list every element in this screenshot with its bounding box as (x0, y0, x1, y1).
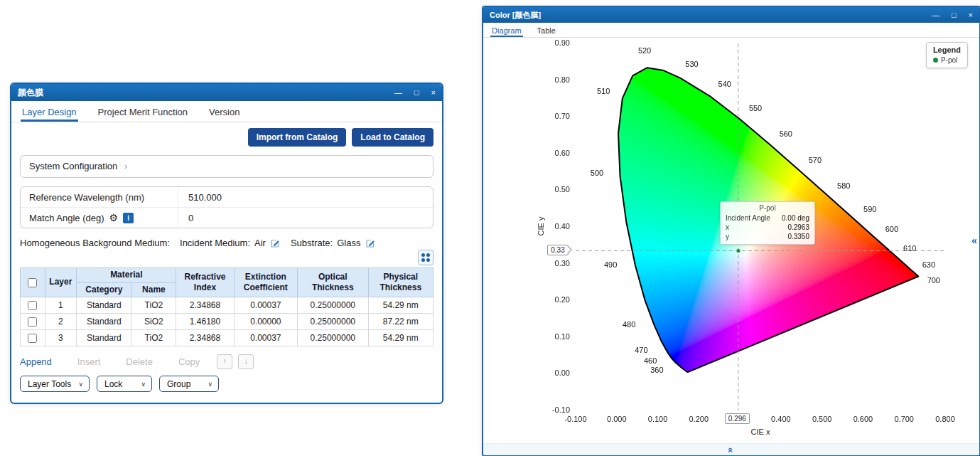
wavelength-label: 600 (882, 225, 902, 233)
cell-extinction-coefficient: 0.00000 (234, 314, 297, 330)
reference-wavelength-label: Reference Wavelength (nm) (21, 187, 178, 207)
header-physical-thickness: Physical Thickness (368, 268, 433, 297)
select-all-checkbox[interactable] (28, 278, 37, 287)
header-layer: Layer (45, 268, 77, 297)
copy-button[interactable]: Copy (178, 356, 200, 367)
legend-item: P-pol (933, 56, 961, 64)
delete-button[interactable]: Delete (126, 356, 153, 367)
cell-optical-thickness: 0.25000000 (298, 330, 369, 346)
layer-tools-label: Layer Tools (28, 379, 71, 389)
minimize-icon[interactable]: — (394, 89, 402, 97)
wavelength-label: 480 (619, 320, 639, 329)
y-crosshair-box[interactable]: 0.33 (547, 245, 569, 255)
layer-table: Layer Material Refractive Index Extincti… (20, 267, 434, 346)
collapse-panel-icon[interactable]: « (971, 235, 977, 246)
color-diagram-window: Color [颜色膜] — □ × Diagram Table Legend P… (482, 6, 980, 456)
edit-substrate-icon[interactable] (365, 238, 375, 248)
right-titlebar: Color [颜色膜] — □ × (483, 7, 979, 23)
move-down-icon[interactable]: ↓ (238, 354, 254, 369)
close-icon[interactable]: × (969, 11, 973, 19)
match-angle-label: Match Angle (deg) ⚙ i (21, 208, 178, 228)
tab-layer-design[interactable]: Layer Design (21, 101, 78, 122)
header-optical-thickness: Optical Thickness (298, 268, 369, 297)
layer-tools-dropdown[interactable]: Layer Tools ∨ (20, 376, 90, 392)
cell-layer: 3 (45, 330, 77, 346)
x-tick-label: 0.500 (807, 415, 838, 423)
cell-category: Standard (77, 330, 131, 346)
collapse-up-icon[interactable]: « (726, 447, 736, 452)
incident-medium-value: Air (254, 238, 266, 248)
wavelength-label: 700 (924, 276, 944, 285)
x-crosshair-box[interactable]: 0.296 (725, 413, 750, 424)
right-window-title: Color [颜色膜] (490, 10, 541, 21)
y-tick-label: -0.10 (543, 405, 570, 414)
x-tick-label: 0.200 (683, 415, 714, 423)
substrate-label: Substrate: (291, 238, 333, 248)
close-icon[interactable]: × (431, 89, 436, 97)
info-icon[interactable]: i (123, 213, 134, 223)
x-axis-title: CIE x (743, 428, 778, 436)
wavelength-label: 550 (745, 104, 765, 112)
tooltip-value: 0.2963 (787, 223, 809, 232)
tooltip-value: 0.00 deg (782, 213, 809, 223)
header-name: Name (131, 282, 176, 297)
wavelength-label: 540 (715, 80, 735, 88)
import-from-catalog-button[interactable]: Import from Catalog (248, 128, 347, 147)
move-up-icon[interactable]: ↑ (217, 354, 232, 369)
layer-tools-row: Layer Tools ∨ Lock ∨ Group ∨ (20, 376, 434, 392)
chart-area: Legend P-pol P-pol Incident Angle 0.00 d… (483, 38, 979, 443)
lock-dropdown[interactable]: Lock ∨ (97, 376, 152, 392)
cell-layer: 2 (45, 314, 77, 330)
tab-table[interactable]: Table (536, 23, 557, 37)
window-controls: — □ × (932, 11, 973, 19)
wavelength-label: 500 (587, 169, 607, 177)
cell-extinction-coefficient: 0.00037 (234, 330, 297, 346)
minimize-icon[interactable]: — (932, 11, 939, 19)
tab-diagram[interactable]: Diagram (490, 23, 523, 37)
wavelength-label: 590 (860, 205, 880, 213)
wavelength-label: 470 (631, 346, 651, 354)
edit-incident-medium-icon[interactable] (270, 238, 281, 248)
tab-version[interactable]: Version (208, 101, 241, 122)
reference-wavelength-value[interactable]: 510.000 (178, 192, 433, 203)
legend-title: Legend (933, 46, 961, 54)
group-dropdown[interactable]: Group ∨ (159, 376, 219, 392)
cell-name: SiO2 (131, 314, 176, 330)
gear-icon[interactable]: ⚙ (109, 213, 119, 223)
cell-layer: 1 (45, 297, 77, 314)
tooltip-row: y 0.3350 (726, 232, 809, 241)
tooltip-row: x 0.2963 (726, 223, 809, 232)
select-all-cell (21, 268, 45, 297)
wavelength-label: 510 (593, 87, 613, 95)
y-tick-label: 0.70 (543, 112, 570, 120)
chevron-down-icon: ∨ (208, 381, 212, 388)
load-to-catalog-button[interactable]: Load to Catalog (352, 128, 434, 147)
wavelength-label: 560 (776, 129, 796, 138)
append-button[interactable]: Append (20, 356, 52, 367)
maximize-icon[interactable]: □ (414, 89, 419, 97)
system-configuration-header[interactable]: System Configuration › (20, 155, 434, 178)
wavelength-label: 570 (805, 156, 825, 164)
cell-extinction-coefficient: 0.00037 (234, 297, 297, 314)
table-actions-row: Append Insert Delete Copy ↑ ↓ (20, 354, 434, 369)
tooltip-label: Incident Angle (726, 213, 770, 223)
insert-button[interactable]: Insert (77, 356, 101, 367)
tab-project-merit-function[interactable]: Project Merit Function (97, 101, 189, 122)
wavelength-label: 360 (647, 366, 667, 374)
chevron-right-icon: › (124, 161, 127, 171)
header-extinction-coefficient: Extinction Coefficient (234, 268, 297, 297)
maximize-icon[interactable]: □ (952, 11, 957, 19)
row-checkbox[interactable] (28, 317, 37, 327)
table-display-options-icon[interactable] (418, 250, 434, 265)
row-checkbox[interactable] (28, 301, 37, 310)
x-tick-label: 0.800 (930, 415, 961, 423)
wavelength-label: 490 (601, 260, 620, 269)
y-tick-label: 0.80 (543, 75, 570, 84)
left-window-title: 颜色膜 (18, 87, 43, 99)
table-row: 2StandardSiO21.461800.000000.2500000087.… (21, 314, 434, 330)
chart-tooltip: P-pol Incident Angle 0.00 deg x 0.2963 y… (720, 201, 815, 245)
cell-refractive-index: 2.34868 (176, 330, 234, 346)
x-tick-label: 0.600 (847, 415, 878, 423)
row-checkbox[interactable] (28, 334, 37, 343)
match-angle-value[interactable]: 0 (178, 213, 433, 223)
